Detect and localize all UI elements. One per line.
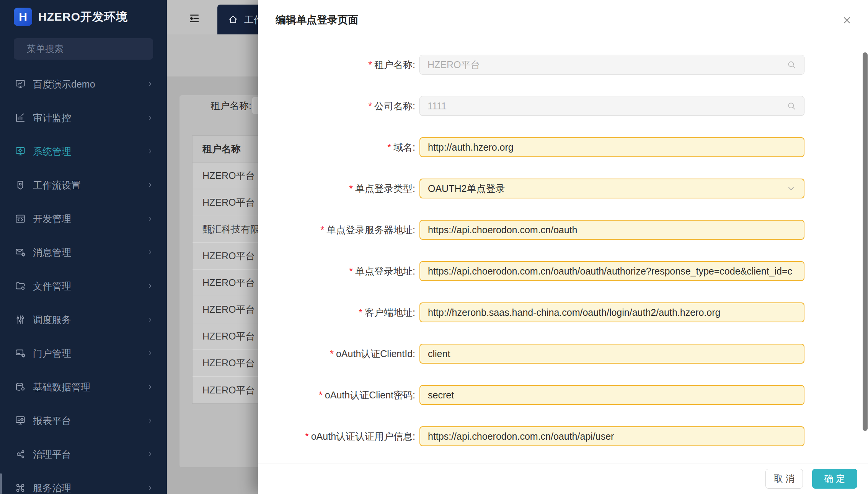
- field-input[interactable]: https://api.choerodon.com.cn/oauth/api/u…: [419, 426, 804, 446]
- form-field-row: * 公司名称: 1111: [258, 96, 868, 116]
- sidebar-item[interactable]: 百度演示demo: [0, 73, 167, 96]
- chevron-right-icon: [146, 148, 154, 155]
- form-field-row: * 客户端地址: http://hzeronb.saas.hand-china.…: [258, 302, 868, 322]
- required-asterisk: *: [359, 307, 362, 318]
- form-field-row: * 单点登录类型: OAUTH2单点登录: [258, 179, 868, 198]
- close-button[interactable]: [840, 13, 854, 28]
- search-icon: [786, 101, 796, 111]
- window-scrollbar-thumb[interactable]: [863, 52, 868, 431]
- required-asterisk: *: [349, 183, 353, 194]
- field-label: 域名:: [393, 141, 415, 154]
- chevron-right-icon: [146, 249, 154, 256]
- confirm-button[interactable]: 确 定: [812, 469, 857, 489]
- tenant-name-cell: HZERO平台: [202, 276, 255, 289]
- tenant-name-cell: HZERO平台: [202, 303, 255, 316]
- sidebar-collapse-button[interactable]: [184, 8, 204, 28]
- field-label: oAuth认证认证用户信息:: [311, 430, 415, 443]
- home-icon: [227, 14, 239, 25]
- tenant-name-cell: HZERO平台: [202, 330, 255, 343]
- field-input[interactable]: http://hzeronb.saas.hand-china.com/oauth…: [419, 302, 804, 322]
- sidebar-item[interactable]: 调度服务: [0, 308, 167, 331]
- field-input[interactable]: OAUTH2单点登录: [419, 179, 804, 198]
- chevron-right-icon: [146, 484, 154, 492]
- drawer-footer: 取 消 确 定: [258, 463, 868, 494]
- tenant-name-cell: HZERO平台: [202, 384, 255, 396]
- form-field-row: * oAuth认证ClientId: client: [258, 344, 868, 364]
- audit-chart-icon: [15, 112, 26, 123]
- report-monitor-icon: [15, 415, 26, 426]
- search-icon: [786, 60, 796, 70]
- tenant-name-cell: HZERO平台: [202, 196, 255, 209]
- chevron-down-icon: [786, 184, 796, 193]
- field-input[interactable]: secret: [419, 385, 804, 405]
- sidebar-item[interactable]: 消息管理: [0, 241, 167, 264]
- form-field-row: * 单点登录服务器地址: https://api.choerodon.com.c…: [258, 220, 868, 240]
- field-input[interactable]: http://auth.hzero.org: [419, 137, 804, 157]
- required-asterisk: *: [320, 224, 324, 236]
- chevron-right-icon: [146, 349, 154, 357]
- message-gear-icon: [15, 247, 26, 258]
- monitor-chart-icon: [15, 78, 26, 90]
- field-label: 租户名称:: [374, 58, 415, 71]
- sidebar-item[interactable]: 基础数据管理: [0, 375, 167, 398]
- chevron-right-icon: [146, 215, 154, 223]
- chevron-right-icon: [146, 282, 154, 290]
- chevron-right-icon: [146, 450, 154, 458]
- sidebar-item[interactable]: 工作流设置: [0, 174, 167, 197]
- field-label: 公司名称:: [374, 100, 415, 112]
- sidebar-item[interactable]: 系统管理: [0, 140, 167, 163]
- field-label: 单点登录地址:: [355, 265, 415, 278]
- field-input[interactable]: client: [419, 344, 804, 364]
- form-field-row: * oAuth认证认证用户信息: https://api.choerodon.c…: [258, 426, 868, 446]
- field-input[interactable]: https://api.choerodon.com.cn/oauth/oauth…: [419, 261, 804, 281]
- required-asterisk: *: [319, 390, 323, 401]
- required-asterisk: *: [368, 101, 372, 112]
- sidebar: H HZERO开发环境 百度演示demo 审计监控 系统管理: [0, 0, 167, 494]
- form-field-row: * 域名: http://auth.hzero.org: [258, 137, 868, 157]
- chevron-right-icon: [146, 417, 154, 424]
- tenant-name-cell: HZERO平台: [202, 357, 255, 369]
- sidebar-scrollbar-thumb[interactable]: [0, 473, 2, 494]
- service-command-icon: [15, 482, 26, 494]
- required-asterisk: *: [387, 142, 391, 153]
- required-asterisk: *: [305, 431, 309, 442]
- chevron-right-icon: [146, 80, 154, 88]
- field-input[interactable]: https://api.choerodon.com.cn/oauth: [419, 220, 804, 240]
- db-gear-icon: [15, 381, 26, 393]
- field-label: oAuth认证ClientId:: [336, 348, 415, 360]
- sliders-icon: [15, 314, 26, 325]
- form-field-row: * 单点登录地址: https://api.choerodon.com.cn/o…: [258, 261, 868, 281]
- sidebar-item[interactable]: 服务治理: [0, 476, 167, 494]
- field-input[interactable]: HZERO平台: [419, 55, 804, 75]
- tenant-name-cell: HZERO平台: [202, 169, 255, 182]
- field-label: 客户端地址:: [365, 306, 415, 319]
- cancel-button[interactable]: 取 消: [765, 469, 803, 489]
- workflow-shield-icon: [15, 179, 26, 191]
- field-label: oAuth认证Client密码:: [325, 389, 415, 401]
- field-label: 单点登录类型:: [355, 182, 415, 195]
- sidebar-item[interactable]: 审计监控: [0, 106, 167, 129]
- filter-label: 租户名称:: [210, 96, 251, 115]
- drawer-title: 编辑单点登录页面: [276, 0, 358, 40]
- required-asterisk: *: [330, 348, 334, 359]
- required-asterisk: *: [368, 59, 372, 70]
- required-asterisk: *: [349, 266, 353, 277]
- chevron-right-icon: [146, 181, 154, 189]
- drawer-body: * 租户名称: HZERO平台 * 公司名称: 1111: [258, 40, 868, 463]
- sidebar-item[interactable]: 门户管理: [0, 342, 167, 365]
- chevron-right-icon: [146, 114, 154, 122]
- file-gear-icon: [15, 280, 26, 292]
- sidebar-item[interactable]: 治理平台: [0, 443, 167, 466]
- governance-network-icon: [15, 448, 26, 460]
- field-label: 单点登录服务器地址:: [326, 224, 415, 236]
- close-icon: [842, 15, 852, 26]
- sidebar-item[interactable]: 开发管理: [0, 207, 167, 230]
- chevron-right-icon: [146, 383, 154, 391]
- field-input[interactable]: 1111: [419, 96, 804, 116]
- system-gear-icon: [15, 146, 26, 157]
- sidebar-item[interactable]: 报表平台: [0, 409, 167, 432]
- tenant-name-cell: HZERO平台: [202, 250, 255, 262]
- edit-sso-drawer: 编辑单点登录页面 * 租户名称: HZERO平台 *: [258, 0, 868, 494]
- chevron-right-icon: [146, 316, 154, 323]
- sidebar-item[interactable]: 文件管理: [0, 275, 167, 297]
